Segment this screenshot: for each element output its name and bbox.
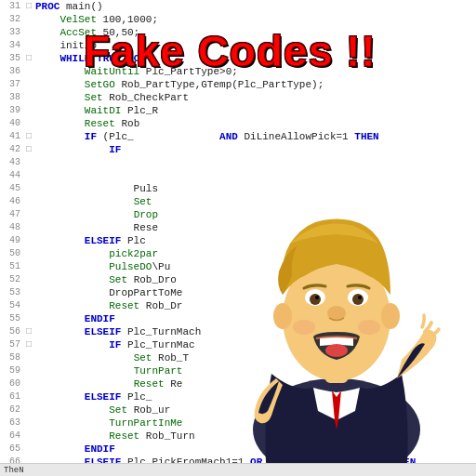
line-content: Reset Rob [35, 117, 476, 130]
status-bar: TheN [0, 463, 476, 476]
line-number: 36 [0, 65, 26, 78]
status-text: TheN [4, 466, 24, 475]
trump-cartoon [216, 141, 457, 476]
svg-point-13 [293, 320, 315, 335]
line-number: 41 [0, 130, 26, 143]
line-number: 53 [0, 286, 26, 299]
line-number: 38 [0, 91, 26, 104]
line-number: 31 [0, 0, 26, 13]
line-content: WaitDI Plc_R [35, 104, 476, 117]
table-row: 38 Set Rob_CheckPart [0, 91, 476, 104]
line-number: 49 [0, 234, 26, 247]
table-row: 35□ WHILE TRUE DO [0, 52, 476, 65]
line-content: SetGO Rob_PartType,GTemp(Plc_PartType); [35, 78, 476, 91]
line-number: 51 [0, 260, 26, 273]
svg-point-5 [310, 294, 321, 305]
line-content: VelSet 100,1000; [35, 13, 476, 26]
line-content: WaitUntil Plc_PartType>0; [35, 65, 476, 78]
line-number: 37 [0, 78, 26, 91]
line-number: 55 [0, 312, 26, 325]
svg-point-14 [358, 320, 380, 335]
line-dot: □ [26, 52, 35, 65]
svg-point-7 [315, 296, 319, 299]
line-content: WHILE TRUE DO [35, 52, 476, 65]
line-content: PROC main() [35, 0, 476, 13]
line-number: 40 [0, 117, 26, 130]
line-number: 65 [0, 443, 26, 456]
line-number: 48 [0, 221, 26, 234]
line-number: 39 [0, 104, 26, 117]
svg-point-12 [381, 303, 400, 329]
line-number: 58 [0, 351, 26, 364]
line-number: 47 [0, 208, 26, 221]
line-number: 32 [0, 13, 26, 26]
line-number: 44 [0, 169, 26, 182]
line-dot: □ [26, 130, 35, 143]
line-dot: □ [26, 338, 35, 351]
line-number: 50 [0, 247, 26, 260]
svg-point-11 [273, 303, 292, 329]
table-row: 40 Reset Rob [0, 117, 476, 130]
line-dot: □ [26, 325, 35, 338]
line-number: 59 [0, 364, 26, 377]
line-number: 34 [0, 39, 26, 52]
table-row: 36 WaitUntil Plc_PartType>0; [0, 65, 476, 78]
line-number: 56 [0, 325, 26, 338]
line-number: 57 [0, 338, 26, 351]
line-number: 63 [0, 416, 26, 430]
line-number: 33 [0, 26, 26, 39]
line-dot: □ [26, 143, 35, 156]
line-dot: □ [26, 0, 35, 13]
line-number: 42 [0, 143, 26, 156]
line-number: 64 [0, 430, 26, 443]
table-row: 31□PROC main() [0, 0, 476, 13]
line-content: AccSet 50,50; [35, 26, 476, 39]
line-number: 61 [0, 390, 26, 403]
line-number: 52 [0, 273, 26, 286]
line-number: 35 [0, 52, 26, 65]
line-number: 60 [0, 377, 26, 390]
svg-point-8 [358, 296, 362, 299]
table-row: 39 WaitDI Plc_R [0, 104, 476, 117]
line-number: 46 [0, 195, 26, 208]
table-row: 37 SetGO Rob_PartType,GTemp(Plc_PartType… [0, 78, 476, 91]
svg-point-10 [325, 344, 348, 357]
line-number: 54 [0, 299, 26, 312]
line-content: Set Rob_CheckPart [35, 91, 476, 104]
line-number: 43 [0, 156, 26, 169]
line-number: 62 [0, 403, 26, 416]
line-content: initio [35, 39, 476, 52]
table-row: 34 initio [0, 39, 476, 52]
table-row: 33 AccSet 50,50; [0, 26, 476, 39]
line-number: 45 [0, 182, 26, 195]
table-row: 32 VelSet 100,1000; [0, 13, 476, 26]
svg-point-6 [352, 294, 364, 305]
